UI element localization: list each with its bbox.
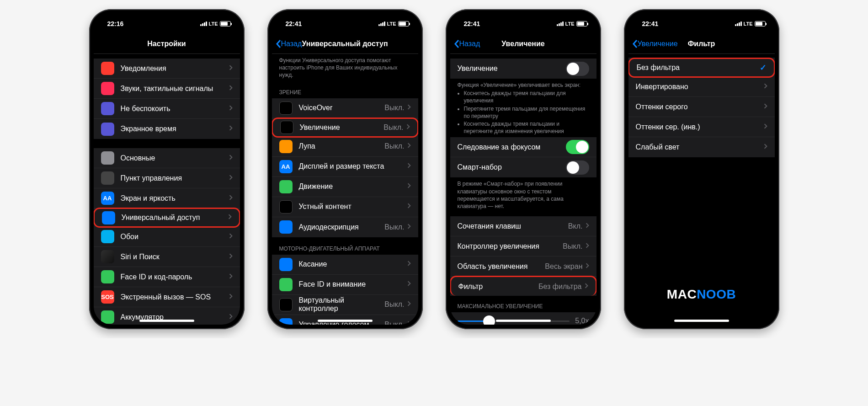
back-button[interactable]: Увеличение [632, 39, 678, 48]
chevron-right-icon [407, 223, 411, 231]
notch [133, 14, 201, 26]
row-label: Оттенки сер. (инв.) [636, 123, 764, 131]
row-accessibility[interactable]: Универсальный доступ [94, 208, 240, 228]
row-touch[interactable]: Касание [272, 255, 418, 275]
row-filter-low-light[interactable]: Слабый свет [628, 137, 775, 157]
status-right: LTE [735, 21, 766, 27]
back-button[interactable]: Назад [454, 39, 480, 48]
row-filter-inverted[interactable]: Инвертировано [628, 77, 775, 97]
chevron-right-icon [764, 123, 767, 131]
chevron-right-icon [407, 300, 411, 309]
nav-bar: Увеличение Фильтр [628, 34, 775, 54]
row-zoom-region[interactable]: Область увеличенияВесь экран [450, 256, 596, 277]
row-label: Не беспокоить [121, 105, 229, 113]
back-label: Назад [459, 40, 480, 48]
row-label: Без фильтра [637, 64, 760, 72]
toggle-on[interactable] [566, 140, 589, 154]
row-filter-none[interactable]: Без фильтра✓ [628, 58, 775, 78]
home-indicator[interactable] [496, 320, 551, 322]
slider-knob[interactable] [483, 315, 495, 325]
home-indicator[interactable] [318, 320, 373, 322]
row-zoom-toggle[interactable]: Увеличение [450, 59, 596, 79]
row-value: Выкл. [384, 223, 404, 231]
home-indicator[interactable] [674, 320, 729, 322]
chevron-right-icon [229, 273, 233, 281]
notch [489, 14, 558, 26]
toggle-off[interactable] [566, 160, 589, 175]
chevron-right-icon [407, 203, 411, 211]
status-time: 22:16 [107, 20, 124, 27]
chevron-right-icon [407, 280, 411, 288]
row-wallpaper[interactable]: Обои [94, 227, 240, 247]
zoom-note-item: Коснитесь дважды тремя пальцами и перетя… [464, 120, 589, 135]
row-label: Обои [121, 233, 229, 241]
row-icon [279, 200, 293, 214]
network-label: LTE [565, 21, 575, 27]
row-notifications[interactable]: Уведомления [94, 59, 240, 79]
row-siri[interactable]: Siri и Поиск [94, 247, 240, 267]
row-dnd[interactable]: Не беспокоить [94, 99, 240, 119]
row-display-text[interactable]: AAДисплей и размер текста [272, 157, 418, 177]
row-icon: SOS [101, 290, 114, 304]
row-zoom-controller[interactable]: Контроллер увеличенияВыкл. [450, 236, 596, 256]
max-zoom-slider[interactable]: 5,0x [450, 312, 596, 325]
row-value: Весь экран [545, 262, 582, 271]
chevron-right-icon [406, 123, 410, 132]
max-zoom-value: 5,0x [575, 317, 589, 325]
row-follow-focus[interactable]: Следование за фокусом [450, 137, 596, 157]
row-zoom[interactable]: УвеличениеВыкл. [272, 118, 418, 138]
page-title: Увеличение [501, 40, 544, 48]
row-value: Вкл. [568, 222, 583, 230]
row-display[interactable]: AAЭкран и яркость [94, 188, 240, 208]
zoom-note-item: Коснитесь дважды тремя пальцами для увел… [464, 90, 589, 104]
row-voiceover[interactable]: VoiceOverВыкл. [272, 98, 418, 118]
watermark-logo: MACNOOB [628, 287, 775, 302]
row-faceid-attention[interactable]: Face ID и внимание [272, 275, 418, 295]
row-filter-grayscale[interactable]: Оттенки серого [628, 97, 775, 117]
status-time: 22:41 [642, 20, 659, 27]
row-audiodesc[interactable]: АудиодескрипцияВыкл. [272, 217, 418, 237]
row-value: Выкл. [384, 300, 404, 309]
row-sounds[interactable]: Звуки, тактильные сигналы [94, 79, 240, 99]
row-control-center[interactable]: Пункт управления [94, 168, 240, 188]
row-value: Выкл. [384, 142, 404, 150]
back-button[interactable]: Назад [276, 39, 302, 48]
chevron-right-icon [764, 83, 767, 91]
row-label: Аудиодескрипция [299, 223, 385, 231]
battery-icon [398, 21, 409, 27]
row-screentime[interactable]: Экранное время [94, 119, 240, 139]
row-label: Смарт-набор [458, 163, 566, 171]
row-zoom-filter[interactable]: ФильтрБез фильтра [450, 276, 596, 296]
row-filter-grayscale-inverted[interactable]: Оттенки сер. (инв.) [628, 117, 775, 137]
row-icon [280, 121, 293, 134]
row-icon [279, 318, 293, 325]
phone-zoom: 22:41 LTE Назад Увеличение Увеличение [446, 9, 601, 329]
row-label: Увеличение [458, 64, 566, 73]
row-sos[interactable]: SOSЭкстренный вызов — SOS [94, 287, 240, 307]
row-value: Без фильтра [538, 283, 581, 291]
chevron-right-icon [407, 321, 411, 325]
content: Без фильтра✓ИнвертированоОттенки серогоО… [628, 54, 775, 325]
row-battery[interactable]: Аккумулятор [94, 307, 240, 325]
row-label: Фильтр [458, 283, 539, 291]
row-motion[interactable]: Движение [272, 177, 418, 197]
notch [667, 14, 736, 26]
phone-settings: 22:16 LTE Настройки УведомленияЗвуки, та… [89, 9, 245, 329]
row-icon: AA [101, 192, 114, 205]
row-general[interactable]: Основные [94, 148, 240, 168]
row-key-shortcuts[interactable]: Сочетания клавишВкл. [450, 216, 596, 236]
row-smart-typing[interactable]: Смарт-набор [450, 157, 596, 177]
row-faceid[interactable]: Face ID и код-пароль [94, 267, 240, 287]
nav-bar: Назад Универсальный доступ [272, 34, 418, 54]
chevron-right-icon [586, 242, 589, 251]
row-icon [101, 62, 114, 75]
chevron-right-icon [229, 174, 233, 182]
row-magnifier[interactable]: ЛупаВыкл. [272, 137, 418, 157]
home-indicator[interactable] [139, 320, 194, 322]
network-label: LTE [744, 21, 753, 27]
chevron-right-icon [229, 233, 233, 241]
toggle-off[interactable] [566, 62, 589, 76]
row-switch-control[interactable]: Виртуальный контроллерВыкл. [272, 295, 418, 315]
row-spoken[interactable]: Устный контент [272, 197, 418, 217]
row-label: Увеличение [300, 123, 384, 132]
